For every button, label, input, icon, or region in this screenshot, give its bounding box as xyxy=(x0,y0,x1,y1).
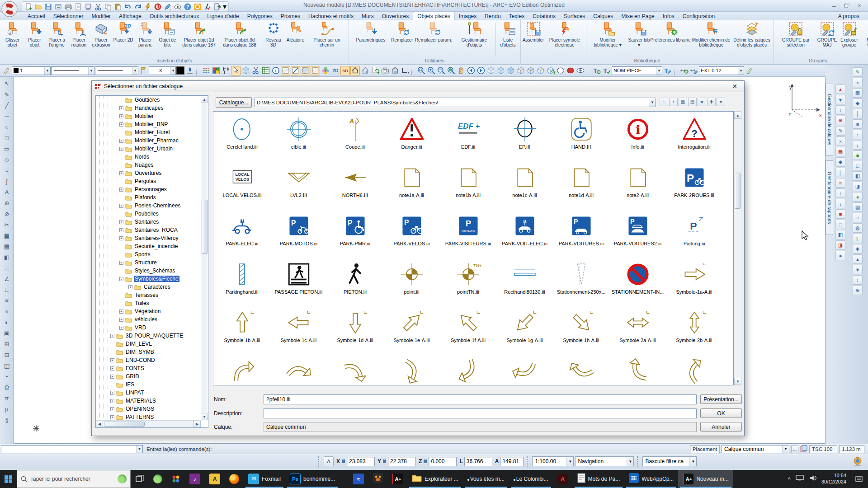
oblong-tool[interactable]: ▭ xyxy=(2,143,12,154)
hatch-grid-tool[interactable]: ▦ xyxy=(2,230,12,241)
file-park-2roues-iii[interactable]: PPARK-2ROUES.iii xyxy=(666,164,722,212)
file-symbole-1d-a-iii[interactable]: Symbole-1d-A.iii xyxy=(327,309,383,357)
freehand-tool[interactable]: ✎ xyxy=(2,89,12,100)
nom-field[interactable]: 2pfeil10.iii xyxy=(264,394,697,404)
circle-white-icon[interactable] xyxy=(556,66,565,75)
half-right-icon[interactable]: ◨ xyxy=(835,240,845,250)
select-tool[interactable]: ↖ xyxy=(2,78,12,89)
menu-tab-configuration[interactable]: Configuration xyxy=(679,12,719,20)
mode-combo[interactable]: Navigation▼ xyxy=(575,456,634,466)
stop-icon[interactable] xyxy=(153,3,162,11)
tree-item-fonts[interactable]: +FONTS xyxy=(96,364,208,372)
pen-color-swatch[interactable] xyxy=(176,66,184,75)
tree-item-3d-pour-maquette[interactable]: +3D-POUR_MAQUETTE xyxy=(96,332,208,340)
taskbar-app-explorateur-[interactable]: Explorateur ... xyxy=(407,470,463,488)
tree-item-plafonds[interactable]: Plafonds xyxy=(96,193,208,202)
exit-icon[interactable] xyxy=(213,3,222,11)
ribbon-button-objet-de-bib-[interactable]: Objet de bib. xyxy=(156,22,179,47)
close-button[interactable]: × xyxy=(854,2,864,9)
menu-tab-a-propos[interactable]: A propos xyxy=(834,12,863,20)
view-next-icon[interactable] xyxy=(476,66,486,75)
file-passage-pieton-iii[interactable]: PASSAGE PIETON.iii xyxy=(270,260,327,309)
zoom-fit-icon[interactable] xyxy=(446,66,456,75)
file-park-voit-elec-iii[interactable]: PARK-VOIT-ELEC.iii xyxy=(496,212,553,260)
cube6-icon[interactable] xyxy=(536,66,545,75)
expand-toggle-icon[interactable]: + xyxy=(110,334,114,338)
tree-item-goutti-res[interactable]: Gouttières xyxy=(96,96,208,104)
erase-tool[interactable]: × xyxy=(2,306,12,317)
angle-tool[interactable]: ∠ xyxy=(2,273,12,284)
undo-icon[interactable] xyxy=(123,3,132,11)
expand-toggle-icon[interactable]: + xyxy=(119,147,123,151)
report-square-icon[interactable]: ◈ xyxy=(853,244,863,253)
text-edit-icon[interactable]: T xyxy=(663,66,672,75)
dialog-close-icon[interactable]: ✕ xyxy=(728,82,741,91)
ribbon-button-remplacer[interactable]: Remplacer xyxy=(391,22,413,43)
file-note1a-a-iii[interactable]: note1a-A.iii xyxy=(383,164,440,212)
area-tool[interactable]: π xyxy=(2,393,12,404)
menu-tab-cotations[interactable]: Cotations xyxy=(528,12,560,20)
spline-tool[interactable]: ≈ xyxy=(2,165,12,176)
new-folder-icon[interactable]: + xyxy=(669,98,678,106)
scroll-up-icon[interactable]: ▲ xyxy=(201,96,208,103)
expand-toggle-icon[interactable]: + xyxy=(119,114,123,118)
expand-toggle-icon[interactable]: - xyxy=(119,277,123,281)
volume-icon[interactable] xyxy=(809,474,817,484)
taskbar-app-photos[interactable] xyxy=(340,470,349,488)
file-grid-scrollbar[interactable]: ▲ ▼ xyxy=(734,111,741,385)
tree-item-poubelles[interactable]: Poubelles xyxy=(96,210,208,218)
text-check-icon[interactable]: T xyxy=(602,66,611,75)
ribbon-button-exploser-groupe[interactable]: Exploser groupe xyxy=(838,22,860,47)
expand-toggle-icon[interactable]: + xyxy=(119,204,123,208)
ribbon-button-placer-objet-2d-dans-calque-187[interactable]: Placer objet 2d dans calque 187 xyxy=(179,22,219,47)
file-edf-iii[interactable]: EDF +EDF.iii xyxy=(440,115,496,164)
line-weight-combo[interactable]: ▼ xyxy=(95,66,138,75)
taskbar-app-bonhomme-[interactable]: Psbonhomme... xyxy=(285,470,340,488)
expand-toggle-icon[interactable]: + xyxy=(110,415,114,419)
ext-combo[interactable]: EXT 0.12▼ xyxy=(699,66,744,75)
file-local-velos-iii[interactable]: LOCALVELOSLOCAL VELOS.iii xyxy=(214,164,270,212)
file-symbole-1c-a-iii[interactable]: Symbole-1c-A.iii xyxy=(270,309,327,357)
file-park-visiteurs-iii[interactable]: PVISITEURSPARK-VISITEURS.iii xyxy=(440,212,496,260)
scrollbar-thumb[interactable] xyxy=(735,173,741,209)
expand-toggle-icon[interactable]: + xyxy=(119,261,123,265)
report-open-icon[interactable]: × xyxy=(853,78,863,87)
report-left-icon[interactable]: ● xyxy=(853,192,863,202)
file-unlabeled[interactable] xyxy=(496,357,553,385)
tree-item-ouvertures[interactable]: +Ouvertures xyxy=(96,169,208,177)
tree-item-pergolas[interactable]: Pergolas xyxy=(96,177,208,185)
report-del-icon[interactable]: ↓ xyxy=(853,140,863,150)
report-edit-icon[interactable]: ■ xyxy=(853,150,863,160)
divider-icon[interactable]: │ xyxy=(835,168,845,177)
nom-piece-combo[interactable]: NOM PIECE▼ xyxy=(612,66,662,75)
cube1-icon[interactable] xyxy=(486,66,495,75)
cursor-sel-icon[interactable] xyxy=(231,66,241,75)
ribbon-button-placer-2d[interactable]: 2DPlacer 2D xyxy=(112,22,134,43)
ribbon-button-assembler[interactable]: Assembler xyxy=(522,22,544,43)
zoom-in-icon[interactable] xyxy=(426,66,436,75)
file-recthandi80130-iii[interactable]: Recthandi80130.iii xyxy=(496,260,553,309)
open-file-icon[interactable] xyxy=(34,3,42,11)
placement-layer-combo[interactable]: Calque commun▼ xyxy=(722,445,789,453)
cut-tool-tool[interactable]: ✂ xyxy=(2,219,12,230)
hatch2-icon[interactable] xyxy=(291,66,300,75)
snap-circle-icon[interactable] xyxy=(193,3,202,11)
expand-toggle-icon[interactable]: + xyxy=(110,407,114,411)
expand-toggle-icon[interactable]: + xyxy=(110,375,114,379)
task-view-button[interactable] xyxy=(131,470,149,488)
snap-off-tool[interactable]: ⊘ xyxy=(2,208,12,219)
document-icon[interactable] xyxy=(74,3,82,11)
file-park-motos-iii[interactable]: PPARK-MOTOS.iii xyxy=(270,212,327,260)
ok-button[interactable]: OK xyxy=(700,408,742,418)
firefox-button[interactable] xyxy=(225,470,244,488)
paste-icon[interactable] xyxy=(113,3,122,11)
display-icon[interactable] xyxy=(795,474,804,484)
text-tool[interactable]: A xyxy=(2,187,12,197)
report-add-icon[interactable]: ↑ xyxy=(853,130,863,139)
dim-edit-icon[interactable] xyxy=(689,66,698,75)
file-unlabeled[interactable] xyxy=(553,357,609,385)
chevron-down-icon[interactable]: ▼ xyxy=(738,67,744,75)
file-symbole-1h-a-iii[interactable]: Symbole-1h-A.iii xyxy=(553,309,609,357)
tree-item-tuiles[interactable]: Tuiles xyxy=(96,299,208,307)
file-note1c-a-iii[interactable]: note1c-A.iii xyxy=(496,164,553,212)
